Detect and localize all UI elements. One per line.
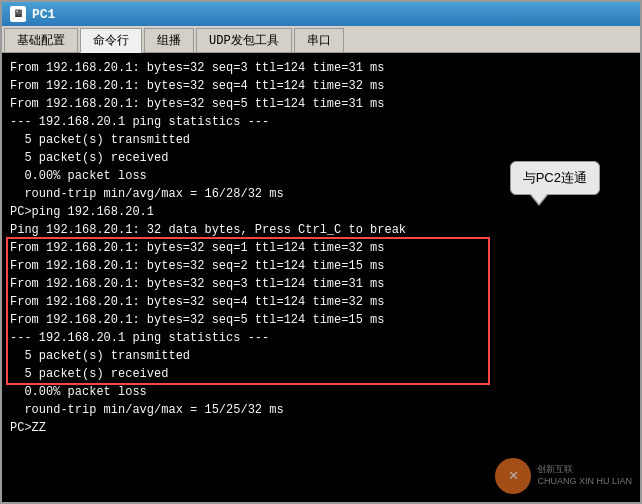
terminal-line: From 192.168.20.1: bytes=32 seq=3 ttl=12…	[10, 59, 632, 77]
terminal-line: round-trip min/avg/max = 16/28/32 ms	[10, 185, 632, 203]
terminal-line: From 192.168.20.1: bytes=32 seq=1 ttl=12…	[10, 239, 632, 257]
terminal-line: 5 packet(s) received	[10, 365, 632, 383]
terminal-line: 0.00% packet loss	[10, 167, 632, 185]
terminal-line: From 192.168.20.1: bytes=32 seq=5 ttl=12…	[10, 95, 632, 113]
terminal-line: 0.00% packet loss	[10, 383, 632, 401]
window-icon: 🖥	[10, 6, 26, 22]
tab-command-line[interactable]: 命令行	[80, 28, 142, 53]
terminal-line: round-trip min/avg/max = 15/25/32 ms	[10, 401, 632, 419]
tab-udp-tool[interactable]: UDP发包工具	[196, 28, 292, 52]
tab-serial[interactable]: 串口	[294, 28, 344, 52]
terminal-line: From 192.168.20.1: bytes=32 seq=3 ttl=12…	[10, 275, 632, 293]
window-title: PC1	[32, 7, 55, 22]
watermark-logo: ✕	[495, 458, 531, 494]
tab-bar: 基础配置 命令行 组播 UDP发包工具 串口	[2, 26, 640, 53]
terminal-line: 5 packet(s) transmitted	[10, 347, 632, 365]
tab-basic-config[interactable]: 基础配置	[4, 28, 78, 52]
terminal-line: 5 packet(s) received	[10, 149, 632, 167]
window: 🖥 PC1 基础配置 命令行 组播 UDP发包工具 串口 From 192.16…	[0, 0, 642, 504]
title-bar: 🖥 PC1	[2, 2, 640, 26]
terminal-line: PC>ping 192.168.20.1	[10, 203, 632, 221]
tab-multicast[interactable]: 组播	[144, 28, 194, 52]
terminal-line: From 192.168.20.1: bytes=32 seq=5 ttl=12…	[10, 311, 632, 329]
terminal-line: From 192.168.20.1: bytes=32 seq=4 ttl=12…	[10, 293, 632, 311]
terminal-line: Ping 192.168.20.1: 32 data bytes, Press …	[10, 221, 632, 239]
terminal-line: --- 192.168.20.1 ping statistics ---	[10, 329, 632, 347]
terminal-line: From 192.168.20.1: bytes=32 seq=4 ttl=12…	[10, 77, 632, 95]
terminal-line: --- 192.168.20.1 ping statistics ---	[10, 113, 632, 131]
watermark-text: 创新互联 CHUANG XIN HU LIAN	[537, 464, 632, 487]
terminal-line: 5 packet(s) transmitted	[10, 131, 632, 149]
watermark: ✕ 创新互联 CHUANG XIN HU LIAN	[495, 458, 632, 494]
terminal-line: PC>ZZ	[10, 419, 632, 437]
terminal-line: From 192.168.20.1: bytes=32 seq=2 ttl=12…	[10, 257, 632, 275]
terminal[interactable]: From 192.168.20.1: bytes=32 seq=3 ttl=12…	[2, 53, 640, 502]
